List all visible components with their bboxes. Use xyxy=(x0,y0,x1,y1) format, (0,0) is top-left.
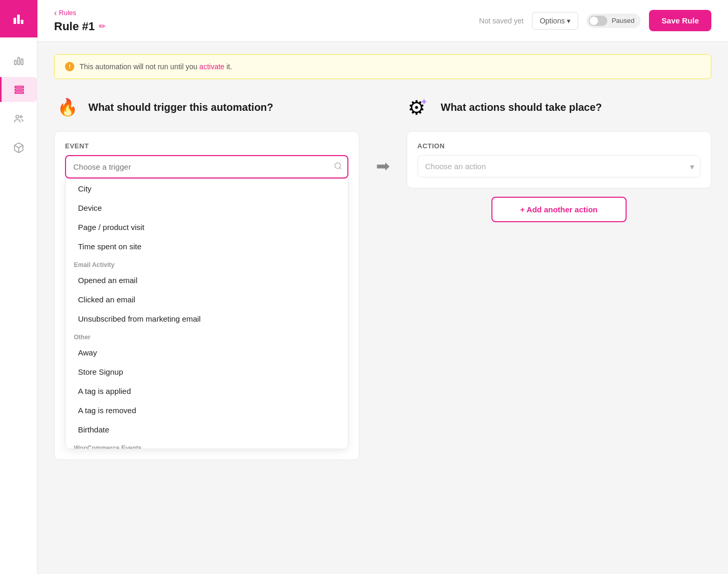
sidebar-logo xyxy=(0,0,37,37)
action-select-container: Choose an action ▾ xyxy=(418,155,701,177)
sidebar-item-contacts[interactable] xyxy=(6,106,31,131)
trigger-section-header: 🔥 What should trigger this automation? xyxy=(54,94,359,121)
page-title: Rule #1 xyxy=(54,20,95,33)
svg-rect-2 xyxy=(21,20,23,24)
alert-icon: ! xyxy=(65,62,74,71)
svg-rect-6 xyxy=(15,86,24,88)
main-content: Rules Rule #1 ✏ Not saved yet Options ▾ … xyxy=(37,0,728,574)
content-area: ! This automation will not run until you… xyxy=(37,42,728,574)
sidebar-item-automations[interactable] xyxy=(0,77,37,102)
chart-icon xyxy=(13,55,24,66)
header-right: Not saved yet Options ▾ Paused Save Rule xyxy=(479,10,711,31)
dropdown-item[interactable]: Page / product visit xyxy=(66,218,348,237)
action-select[interactable]: Choose an action xyxy=(418,155,701,177)
trigger-card: Event CityDevicePage / product visitTime… xyxy=(54,131,359,460)
arrow-connector: ➡ xyxy=(376,94,390,176)
svg-point-9 xyxy=(16,116,19,119)
trigger-column: 🔥 What should trigger this automation? E… xyxy=(54,94,359,460)
svg-line-13 xyxy=(340,168,341,169)
dropdown-item[interactable]: Time spent on site xyxy=(66,237,348,256)
trigger-icon: 🔥 xyxy=(54,94,81,121)
edit-icon[interactable]: ✏ xyxy=(99,21,106,31)
alert-message: This automation will not run until you a… xyxy=(80,62,232,71)
dropdown-category: WooCommerce Events xyxy=(66,439,348,449)
action-label: Action xyxy=(418,142,701,150)
dropdown-item[interactable]: A tag is removed xyxy=(66,401,348,420)
svg-rect-0 xyxy=(14,18,16,24)
svg-rect-7 xyxy=(15,89,24,91)
toggle-label: Paused xyxy=(612,17,634,24)
sidebar-navigation xyxy=(0,37,37,574)
paused-toggle[interactable] xyxy=(589,16,607,26)
dropdown-item[interactable]: Opened an email xyxy=(66,271,348,290)
dropdown-item[interactable]: Unsubscribed from marketing email xyxy=(66,309,348,328)
trigger-dropdown: CityDevicePage / product visitTime spent… xyxy=(65,178,348,449)
arrow-icon: ➡ xyxy=(376,156,390,176)
add-another-action-button[interactable]: + Add another action xyxy=(491,197,627,222)
trigger-section-title: What should trigger this automation? xyxy=(88,101,274,113)
sidebar-item-segments[interactable] xyxy=(6,135,31,160)
chevron-down-icon: ▾ xyxy=(567,17,570,25)
people-icon xyxy=(13,113,24,124)
action-section-title: What actions should take place? xyxy=(441,101,602,113)
dropdown-item[interactable]: A tag is applied xyxy=(66,381,348,401)
svg-rect-4 xyxy=(18,58,20,65)
header: Rules Rule #1 ✏ Not saved yet Options ▾ … xyxy=(37,0,728,42)
action-card: Action Choose an action ▾ xyxy=(407,131,712,188)
svg-point-12 xyxy=(335,163,341,169)
sidebar-item-analytics[interactable] xyxy=(6,48,31,73)
svg-rect-5 xyxy=(21,59,23,65)
add-action-container: + Add another action xyxy=(407,197,712,222)
dropdown-item[interactable]: City xyxy=(66,179,348,198)
logo-icon xyxy=(10,10,27,27)
automation-row: 🔥 What should trigger this automation? E… xyxy=(54,94,711,460)
search-container xyxy=(65,155,348,178)
action-column: ⚙ ✦ What actions should take place? Acti… xyxy=(407,94,712,222)
svg-text:✦: ✦ xyxy=(420,97,428,107)
svg-rect-8 xyxy=(15,92,24,94)
save-rule-button[interactable]: Save Rule xyxy=(649,10,711,31)
dropdown-item[interactable]: Clicked an email xyxy=(66,290,348,309)
toggle-container: Paused xyxy=(587,14,641,28)
event-label: Event xyxy=(65,142,348,150)
action-section-header: ⚙ ✦ What actions should take place? xyxy=(407,94,712,121)
page-title-row: Rule #1 ✏ xyxy=(54,20,106,33)
back-link[interactable]: Rules xyxy=(54,8,106,18)
dropdown-category: Other xyxy=(66,328,348,343)
trigger-search-input[interactable] xyxy=(65,155,348,178)
svg-rect-3 xyxy=(14,60,16,65)
alert-banner: ! This automation will not run until you… xyxy=(54,54,711,79)
dropdown-item[interactable]: Device xyxy=(66,198,348,218)
not-saved-label: Not saved yet xyxy=(479,17,524,25)
svg-rect-1 xyxy=(17,15,20,24)
gears-icon: ⚙ ✦ xyxy=(408,95,433,120)
activate-link[interactable]: activate xyxy=(199,62,224,71)
dropdown-category: Email Activity xyxy=(66,256,348,271)
options-button[interactable]: Options ▾ xyxy=(532,12,578,30)
search-icon xyxy=(334,162,342,172)
header-left: Rules Rule #1 ✏ xyxy=(54,8,106,33)
box-icon xyxy=(13,142,24,154)
automations-icon xyxy=(14,84,25,95)
sidebar xyxy=(0,0,37,574)
dropdown-item[interactable]: Birthdate xyxy=(66,420,348,439)
dropdown-item[interactable]: Away xyxy=(66,343,348,362)
svg-point-10 xyxy=(20,116,22,118)
action-icon: ⚙ ✦ xyxy=(407,94,434,121)
dropdown-item[interactable]: Store Signup xyxy=(66,362,348,381)
